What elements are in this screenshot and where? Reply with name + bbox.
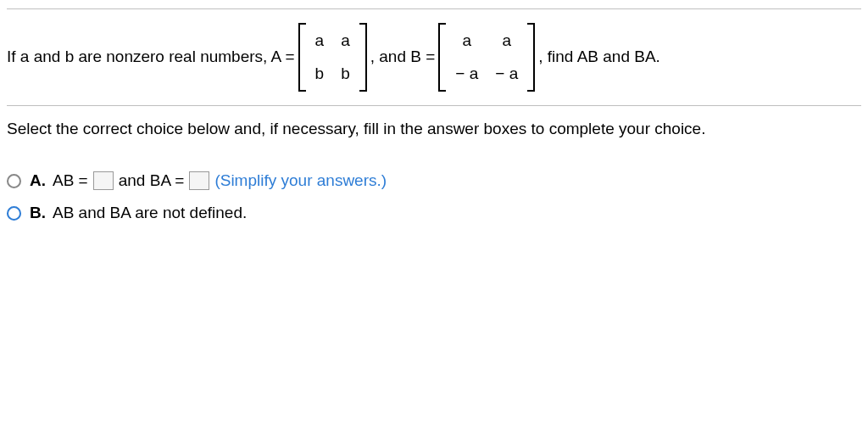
matrix-b: a a − a − a [438,25,535,90]
matrix-cell: a [487,25,526,58]
matrix-cell: − a [447,58,487,91]
matrix-cell: a [332,25,359,58]
instruction-text: Select the correct choice below and, if … [7,106,861,156]
choice-a-t1: AB = [53,170,88,193]
matrix-cell: b [307,58,333,91]
problem-mid1: , and B = [370,46,436,69]
matrix-cell: − a [487,58,526,91]
matrix-cell: b [332,58,359,91]
choice-a-t2: and BA = [119,170,185,193]
radio-a[interactable] [7,174,21,188]
choice-a-hint: (Simplify your answers.) [214,170,387,193]
choices-group: A. AB = and BA = (Simplify your answers.… [7,156,861,238]
radio-b[interactable] [7,206,21,221]
matrix-a: a a b b [298,25,367,90]
choice-a-letter: A. [30,170,46,193]
problem-statement: If a and b are nonzero real numbers, A =… [7,9,861,105]
answer-box-ab[interactable] [93,171,114,190]
choice-b-text: AB and BA are not defined. [53,202,247,225]
problem-mid2: , find AB and BA. [538,46,660,69]
matrix-cell: a [447,25,487,58]
problem-pre: If a and b are nonzero real numbers, A = [7,46,295,69]
choice-b-letter: B. [30,202,46,225]
choice-b[interactable]: B. AB and BA are not defined. [7,197,861,230]
answer-box-ba[interactable] [189,171,209,190]
matrix-cell: a [307,25,333,58]
choice-a[interactable]: A. AB = and BA = (Simplify your answers.… [7,165,861,198]
